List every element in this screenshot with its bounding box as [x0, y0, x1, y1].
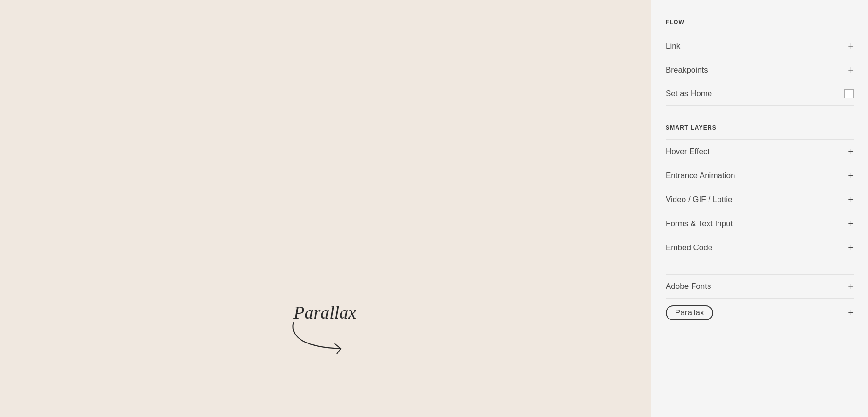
- hover-effect-item[interactable]: Hover Effect +: [666, 139, 854, 164]
- entrance-animation-label: Entrance Animation: [666, 171, 735, 180]
- right-panel: FLOW Link + Breakpoints + Set as Home SM…: [651, 0, 868, 417]
- parallax-item[interactable]: Parallax +: [666, 298, 854, 327]
- extras-section: Adobe Fonts + Parallax +: [651, 274, 868, 327]
- forms-text-input-item[interactable]: Forms & Text Input +: [666, 212, 854, 236]
- video-gif-lottie-plus-icon[interactable]: +: [848, 195, 854, 205]
- set-as-home-item[interactable]: Set as Home: [666, 82, 854, 106]
- embed-code-item[interactable]: Embed Code +: [666, 236, 854, 260]
- entrance-animation-item[interactable]: Entrance Animation +: [666, 164, 854, 188]
- entrance-animation-plus-icon[interactable]: +: [848, 171, 854, 181]
- link-item[interactable]: Link +: [666, 34, 854, 58]
- gap-1: [651, 110, 868, 120]
- annotation-arrow-icon: [279, 318, 355, 356]
- embed-code-plus-icon[interactable]: +: [848, 243, 854, 253]
- video-gif-lottie-label: Video / GIF / Lottie: [666, 195, 732, 204]
- gap-2: [651, 265, 868, 274]
- forms-text-input-label: Forms & Text Input: [666, 219, 733, 229]
- flow-section-title: FLOW: [666, 14, 854, 25]
- video-gif-lottie-item[interactable]: Video / GIF / Lottie +: [666, 188, 854, 212]
- adobe-fonts-plus-icon[interactable]: +: [848, 281, 854, 292]
- hover-effect-label: Hover Effect: [666, 147, 709, 156]
- forms-text-input-plus-icon[interactable]: +: [848, 219, 854, 229]
- smart-layers-section-title: SMART LAYERS: [666, 120, 854, 131]
- link-plus-icon[interactable]: +: [848, 41, 854, 51]
- parallax-annotation: Parallax: [279, 302, 356, 356]
- breakpoints-label: Breakpoints: [666, 65, 708, 75]
- hover-effect-plus-icon[interactable]: +: [848, 147, 854, 157]
- adobe-fonts-label: Adobe Fonts: [666, 282, 711, 291]
- set-as-home-label: Set as Home: [666, 89, 712, 98]
- link-label: Link: [666, 41, 680, 51]
- parallax-label: Parallax: [666, 305, 713, 320]
- adobe-fonts-item[interactable]: Adobe Fonts +: [666, 274, 854, 298]
- flow-section: FLOW Link + Breakpoints + Set as Home: [651, 14, 868, 106]
- embed-code-label: Embed Code: [666, 243, 712, 253]
- smart-layers-section: SMART LAYERS Hover Effect + Entrance Ani…: [651, 120, 868, 260]
- breakpoints-item[interactable]: Breakpoints +: [666, 58, 854, 82]
- parallax-plus-icon[interactable]: +: [848, 308, 854, 318]
- canvas-area: Parallax: [0, 0, 651, 417]
- set-as-home-checkbox[interactable]: [844, 89, 854, 98]
- breakpoints-plus-icon[interactable]: +: [848, 65, 854, 75]
